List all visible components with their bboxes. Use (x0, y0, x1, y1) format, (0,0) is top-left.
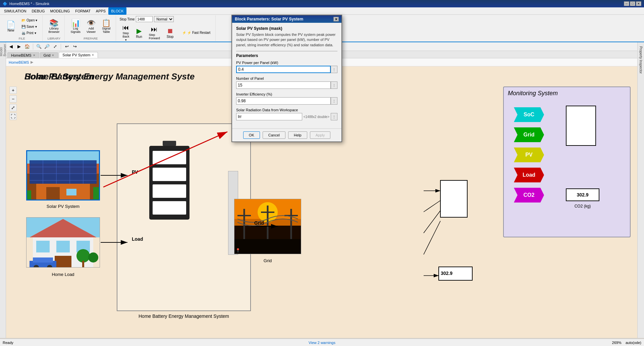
step-back-button[interactable]: ⏮ StepBack ▾ (119, 23, 132, 43)
simulate-buttons: ⏮ StepBack ▾ ▶ Run ⏭ StepForward ⏹ Stop (119, 23, 213, 43)
dialog-close-button[interactable]: ✕ (333, 17, 339, 21)
apply-button[interactable]: Apply (310, 131, 331, 139)
simulation-mode-select[interactable]: Normal (154, 16, 174, 22)
undo-button[interactable]: ↩ (63, 43, 70, 50)
svg-line-59 (424, 211, 440, 233)
num-panels-input[interactable] (236, 81, 331, 89)
open-button[interactable]: 📂 Open ▾ (19, 17, 40, 23)
back-button[interactable]: ◀ (7, 43, 15, 50)
print-button[interactable]: 🖨️ Print ▾ (19, 30, 40, 36)
tab-homebems[interactable]: HomeBEMS ✕ (7, 52, 39, 58)
svg-line-58 (424, 200, 440, 212)
library-browser-button[interactable]: 📚 LibraryBrowser (46, 18, 62, 35)
window-controls[interactable]: ─ □ ✕ (624, 1, 641, 6)
prepare-group-label: PREPARE (84, 37, 98, 40)
menu-format[interactable]: FORMAT (72, 7, 93, 15)
breadcrumb-sep: ▶ (31, 60, 33, 64)
library-group-label: LIBRARY (48, 37, 60, 40)
tab-solar-pv[interactable]: Solar PV System ✕ (59, 52, 98, 58)
restore-button[interactable]: □ (630, 1, 635, 6)
pv-power-input[interactable] (236, 66, 331, 73)
close-grid-tab[interactable]: ✕ (52, 54, 54, 57)
block-params-dialog: Block Parameters: Solar PV System ✕ Sola… (231, 15, 342, 142)
lightning-icon: ⚡ (182, 31, 186, 35)
menu-simulation[interactable]: SIMULATION (1, 7, 29, 15)
home-button[interactable]: 🏠 (23, 43, 31, 50)
cancel-button[interactable]: Cancel (263, 131, 285, 139)
zoom-in-button[interactable]: 🔍 (35, 43, 43, 50)
log-signals-button[interactable]: 📊 LogSignals (68, 18, 83, 35)
save-button[interactable]: 💾 Save ▾ (19, 24, 40, 30)
right-sidebar: Property Inspector (637, 42, 644, 338)
file-group-label: FILE (19, 37, 25, 40)
menu-debug[interactable]: DEBUG (29, 7, 47, 15)
inverter-eff-input[interactable] (236, 97, 331, 105)
menu-modeling[interactable]: MODELING (48, 7, 73, 15)
add-viewer-button[interactable]: 👁️ AddViewer (84, 18, 98, 35)
step-forward-button[interactable]: ⏭ StepForward (146, 24, 163, 41)
model-browser-toggle[interactable]: Model Browser (0, 44, 6, 57)
status-info: 269% auto(ode) (428, 341, 641, 345)
solar-rad-menu-btn[interactable]: ⋮ (331, 113, 337, 120)
pv-power-menu-btn[interactable]: ⋮ (331, 66, 337, 73)
open-chevron: ▾ (36, 18, 37, 22)
fit-button[interactable]: ⤢ (51, 43, 59, 50)
num-panels-param: Number of Panel ⋮ (236, 76, 337, 89)
zoom-out-canvas[interactable]: − (9, 95, 17, 103)
print-icon: 🖨️ (21, 31, 25, 35)
zoom-level: 269% (612, 341, 622, 345)
ok-button[interactable]: OK (243, 131, 260, 139)
co2-mon-block: CO2 (514, 188, 544, 203)
zoom-select-canvas[interactable]: ⛶ (9, 113, 17, 120)
menu-block[interactable]: BLOCK (108, 7, 126, 15)
pv-power-param: PV Power per Panel (kW) ⋮ (236, 61, 337, 73)
grid-image: 📍 (234, 199, 301, 254)
forward-button[interactable]: ▶ (15, 43, 23, 50)
co2-value-display: 302.9 (566, 188, 599, 201)
stop-icon: ⏹ (167, 27, 173, 35)
dialog-title-text: Block Parameters: Solar PV System (235, 17, 303, 21)
breadcrumb-homebems[interactable]: HomeBEMS (9, 60, 29, 64)
step-back-icon: ⏮ (122, 24, 129, 32)
stop-time-input[interactable] (136, 16, 153, 22)
num-panels-menu-btn[interactable]: ⋮ (331, 81, 337, 89)
run-button[interactable]: ▶ Run (133, 26, 145, 40)
fast-restart-button[interactable]: ⚡ ⚡ Fast Restart (180, 30, 213, 35)
close-homebems-tab[interactable]: ✕ (33, 54, 36, 57)
zoom-in-canvas[interactable]: + (9, 86, 17, 94)
menu-apps[interactable]: APPS (93, 7, 108, 15)
new-button[interactable]: 📄 New (4, 20, 18, 33)
stop-button[interactable]: ⏹ Stop (164, 26, 177, 40)
tab-grid[interactable]: Grid ✕ (40, 52, 58, 58)
prepare-group: 📊 LogSignals 👁️ AddViewer 📋 SignalTable … (65, 15, 116, 41)
solar-rad-param: Solar Radiation Data from Workspace <148… (236, 108, 337, 120)
help-button[interactable]: Help (288, 131, 307, 139)
signal-table-button[interactable]: 📋 SignalTable (99, 18, 113, 35)
close-button[interactable]: ✕ (636, 1, 641, 6)
simulate-group: Stop Time Normal ⏮ StepBack ▾ ▶ Run ⏭ (117, 15, 216, 41)
zoom-fit-canvas[interactable]: ⤢ (9, 104, 17, 111)
library-buttons: 📚 LibraryBrowser (46, 16, 62, 37)
solar-rad-input[interactable] (236, 113, 302, 120)
minimize-button[interactable]: ─ (624, 1, 629, 6)
inverter-eff-param: Inverter Efficiency (%) ⋮ (236, 92, 337, 105)
solar-rad-input-row: <1488x2 double> ⋮ (236, 113, 337, 120)
monitoring-panel: Monitoring System SoC Grid PV (503, 86, 631, 237)
pv-power-label: PV Power per Panel (kW) (236, 61, 337, 65)
status-ready: Ready (3, 341, 216, 345)
signal-icon: 📋 (102, 19, 111, 27)
close-solar-tab[interactable]: ✕ (92, 53, 94, 57)
file-buttons: 📄 New 📂 Open ▾ 💾 Save ▾ 🖨️ (4, 16, 40, 37)
redo-button[interactable]: ↪ (71, 43, 78, 50)
inverter-eff-label: Inverter Efficiency (%) (236, 92, 337, 96)
dialog-content: Solar PV System (mask) Solar PV System b… (232, 23, 341, 127)
inverter-eff-menu-btn[interactable]: ⋮ (331, 97, 337, 105)
hbems-box-label: Home Battery Energy Management System (139, 313, 229, 319)
property-inspector-label[interactable]: Property Inspector (638, 44, 643, 76)
status-warnings[interactable]: View 2 warnings (216, 341, 429, 345)
grid-mon-block: Grid (514, 127, 544, 142)
svg-rect-35 (153, 184, 186, 198)
home-load-label: Home Load (26, 272, 100, 277)
grid-hexagon: Grid (514, 127, 544, 142)
zoom-out-button[interactable]: 🔎 (43, 43, 51, 50)
